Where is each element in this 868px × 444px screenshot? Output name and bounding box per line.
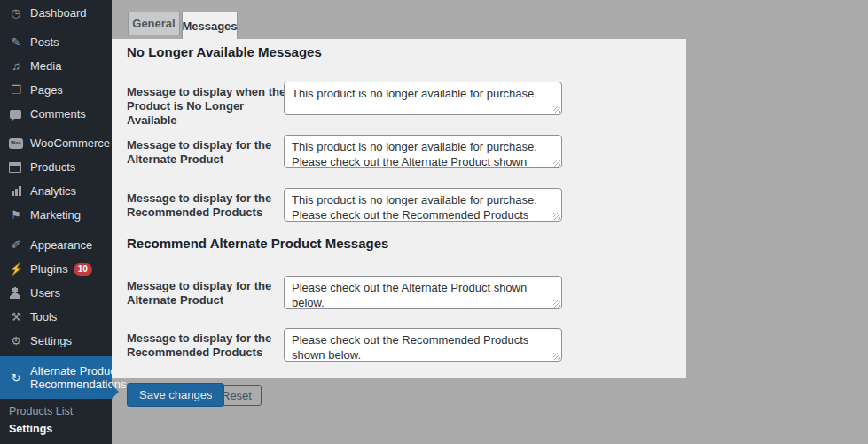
submenu-item-products-list[interactable]: Products List xyxy=(0,402,112,420)
sidebar-item-label: Users xyxy=(30,286,60,300)
sidebar-item-label: WooCommerce xyxy=(30,136,110,150)
sidebar-item-label: Pages xyxy=(30,83,63,97)
comment-bubble-icon xyxy=(10,110,21,119)
media-icon: ♫ xyxy=(9,60,23,72)
dashboard-icon: ◷ xyxy=(9,7,23,19)
megaphone-icon: ⚑ xyxy=(9,209,23,221)
sidebar-item-posts[interactable]: ✎ Posts xyxy=(0,30,112,54)
messages-settings-panel: No Longer Available Messages Message to … xyxy=(112,39,686,378)
sidebar-item-users[interactable]: Users xyxy=(0,281,112,305)
sidebar-item-label: Plugins xyxy=(30,262,68,276)
sidebar-item-plugins[interactable]: ⚡ Plugins 10 xyxy=(0,257,112,281)
sidebar-item-pages[interactable]: ❐ Pages xyxy=(0,78,112,102)
field-label-alternate-product: Message to display for the Alternate Pro… xyxy=(127,138,295,167)
sidebar-item-settings[interactable]: ⚙ Settings xyxy=(0,329,112,353)
field-label-recommend-recommended-products: Message to display for the Recommended P… xyxy=(127,331,295,360)
sidebar-item-woocommerce[interactable]: Woo WooCommerce xyxy=(0,131,112,155)
plugin-submenu: Products List Settings xyxy=(0,402,112,438)
textarea-recommended-products-message[interactable]: This product is no longer available for … xyxy=(284,188,562,222)
tab-messages[interactable]: Messages xyxy=(182,12,238,39)
sidebar-item-label: Settings xyxy=(30,334,72,347)
save-changes-button[interactable]: Save changes xyxy=(127,383,224,407)
current-menu-arrow xyxy=(112,385,119,399)
wordpress-admin-screen: ◷ Dashboard ✎ Posts ♫ Media ❐ Pages Comm… xyxy=(0,0,868,444)
sidebar-item-appearance[interactable]: ✐ Appearance xyxy=(0,233,112,257)
pushpin-icon: ✎ xyxy=(9,36,23,48)
tab-general[interactable]: General xyxy=(128,12,180,35)
sidebar-item-products[interactable]: Products xyxy=(0,155,112,179)
sidebar-item-label: Comments xyxy=(30,107,86,121)
textarea-alternate-product-message[interactable]: This product is no longer available for … xyxy=(284,135,562,168)
sidebar-item-label: Dashboard xyxy=(30,6,87,19)
plugins-update-badge: 10 xyxy=(74,263,92,276)
sidebar-item-label: Media xyxy=(30,59,61,73)
tools-icon: ⚒ xyxy=(9,311,23,323)
sidebar-item-alternate-product-recommendations[interactable]: ↻ Alternate Product Recommendations xyxy=(0,356,112,399)
sidebar-item-label: Tools xyxy=(30,310,57,323)
plug-icon: ⚡ xyxy=(9,263,23,275)
sidebar-item-analytics[interactable]: Analytics xyxy=(0,179,112,203)
field-label-recommended-products: Message to display for the Recommended P… xyxy=(127,191,295,220)
sidebar-item-label: Posts xyxy=(30,35,59,49)
pages-icon: ❐ xyxy=(9,84,23,96)
section-heading-no-longer-available: No Longer Available Messages xyxy=(127,44,322,59)
circular-arrows-icon: ↻ xyxy=(9,372,23,384)
woocommerce-icon: Woo xyxy=(9,138,23,149)
reset-button[interactable]: Reset xyxy=(212,385,262,406)
sidebar-item-label: Products xyxy=(30,160,75,174)
sidebar-item-comments[interactable]: Comments xyxy=(0,102,112,126)
sidebar-item-tools[interactable]: ⚒ Tools xyxy=(0,305,112,329)
textarea-recommend-alternate-message[interactable]: Please check out the Alternate Product s… xyxy=(284,276,562,309)
products-box-icon xyxy=(9,162,21,173)
settings-icon: ⚙ xyxy=(9,335,23,347)
field-label-product-no-longer-available: Message to display when the Product is N… xyxy=(127,85,295,128)
sidebar-item-label: Analytics xyxy=(30,184,76,198)
sidebar-item-marketing[interactable]: ⚑ Marketing xyxy=(0,203,112,227)
paintbrush-icon: ✐ xyxy=(9,239,23,251)
submenu-item-settings[interactable]: Settings xyxy=(0,420,112,438)
sidebar-item-label: Appearance xyxy=(30,238,92,252)
sidebar-item-dashboard[interactable]: ◷ Dashboard xyxy=(0,1,112,25)
sidebar-item-media[interactable]: ♫ Media xyxy=(0,54,112,78)
textarea-recommend-recommended-message[interactable]: Please check out the Recommended Product… xyxy=(284,328,562,362)
bar-chart-icon xyxy=(9,186,23,196)
field-label-recommend-alternate-product: Message to display for the Alternate Pro… xyxy=(127,279,295,308)
section-heading-recommend-alternate: Recommend Alternate Product Messages xyxy=(127,236,388,251)
textarea-no-longer-available-message[interactable]: This product is no longer available for … xyxy=(284,82,562,115)
sidebar-item-label: Marketing xyxy=(30,208,81,222)
user-icon xyxy=(9,287,21,299)
admin-sidebar: ◷ Dashboard ✎ Posts ♫ Media ❐ Pages Comm… xyxy=(0,0,112,444)
